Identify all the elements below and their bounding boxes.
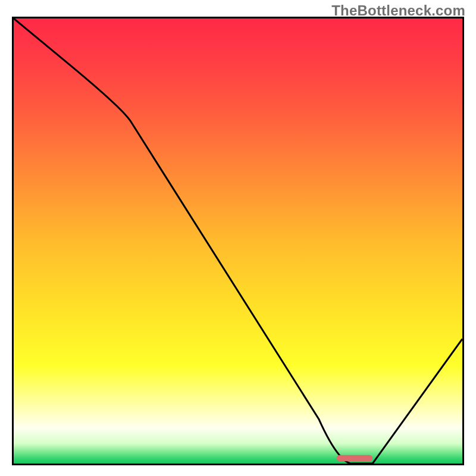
watermark-text: TheBottleneck.com — [331, 2, 465, 19]
plot-area — [14, 18, 462, 464]
optimal-marker — [337, 455, 372, 461]
curve-overlay — [14, 18, 462, 464]
chart-container: TheBottleneck.com — [0, 0, 476, 476]
bottleneck-curve — [14, 18, 462, 464]
plot-frame — [12, 17, 464, 465]
